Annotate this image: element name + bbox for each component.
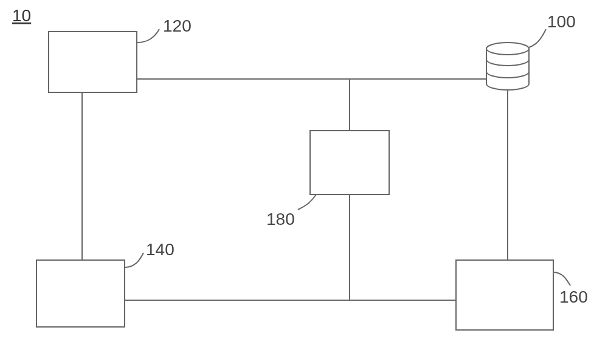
lead-140 xyxy=(125,253,143,267)
block-140 xyxy=(36,260,125,327)
label-100: 100 xyxy=(547,12,576,31)
lead-160 xyxy=(553,272,570,286)
label-180: 180 xyxy=(266,210,295,228)
block-120 xyxy=(49,32,137,92)
block-160 xyxy=(456,260,553,330)
svg-point-0 xyxy=(486,43,529,55)
lead-100 xyxy=(529,29,546,47)
figure-id: 10 xyxy=(12,6,31,25)
block-180 xyxy=(310,131,389,194)
label-120: 120 xyxy=(163,16,192,35)
label-160: 160 xyxy=(559,287,588,306)
diagram-canvas: 10 120 140 180 160 100 xyxy=(0,0,608,364)
label-140: 140 xyxy=(146,240,174,259)
lead-120 xyxy=(137,29,159,43)
lead-180 xyxy=(298,194,316,210)
database-100 xyxy=(486,43,529,90)
